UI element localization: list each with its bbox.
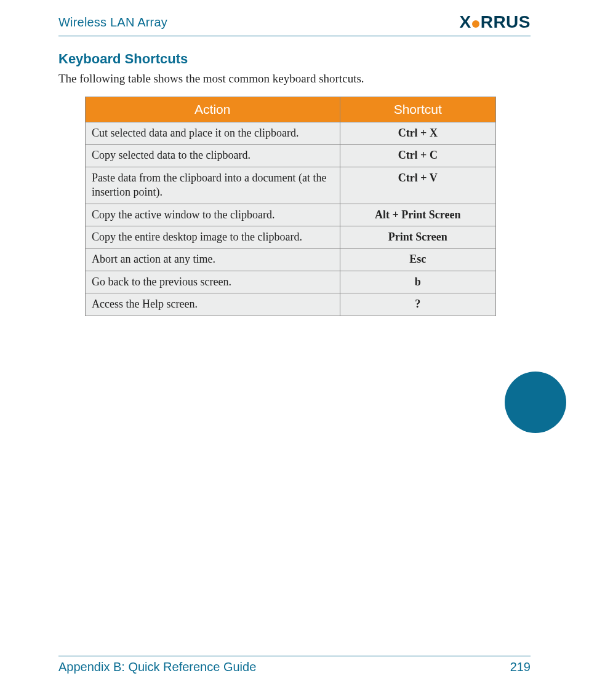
section-intro: The following table shows the most commo… [58, 72, 531, 86]
action-cell: Go back to the previous screen. [86, 271, 340, 293]
action-cell: Copy the entire desktop image to the cli… [86, 226, 340, 248]
logo-dot-icon [472, 20, 479, 28]
action-cell: Copy the active window to the clipboard. [86, 204, 340, 226]
table-row: Paste data from the clipboard into a doc… [86, 167, 496, 204]
action-cell: Paste data from the clipboard into a doc… [86, 167, 340, 204]
footer-page-number: 219 [510, 660, 531, 674]
logo-text-post: RRUS [481, 12, 531, 32]
page-footer: Appendix B: Quick Reference Guide 219 [58, 656, 531, 674]
table-row: Go back to the previous screen. b [86, 271, 496, 293]
table-row: Access the Help screen. ? [86, 293, 496, 316]
action-cell: Cut selected data and place it on the cl… [86, 122, 340, 145]
shortcut-cell: Alt + Print Screen [340, 204, 495, 226]
table-header-row: Action Shortcut [86, 97, 496, 122]
shortcut-cell: ? [340, 293, 495, 316]
table-row: Abort an action at any time. Esc [86, 249, 496, 271]
table-row: Copy the entire desktop image to the cli… [86, 226, 496, 248]
shortcut-cell: Ctrl + V [340, 167, 495, 204]
side-tab-circle-icon [505, 372, 566, 433]
action-cell: Access the Help screen. [86, 293, 340, 316]
section-heading: Keyboard Shortcuts [58, 51, 531, 67]
footer-appendix: Appendix B: Quick Reference Guide [58, 660, 256, 674]
shortcut-cell: Print Screen [340, 226, 495, 248]
page-header: Wireless LAN Array X RRUS [58, 12, 531, 36]
col-shortcut: Shortcut [340, 97, 495, 122]
table-row: Cut selected data and place it on the cl… [86, 122, 496, 145]
action-cell: Copy selected data to the clipboard. [86, 145, 340, 167]
shortcut-cell: Esc [340, 249, 495, 271]
brand-logo: X RRUS [459, 12, 531, 32]
shortcuts-table: Action Shortcut Cut selected data and pl… [85, 97, 496, 316]
action-cell: Abort an action at any time. [86, 249, 340, 271]
shortcut-cell: Ctrl + C [340, 145, 495, 167]
logo-text-pre: X [459, 12, 471, 32]
table-row: Copy the active window to the clipboard.… [86, 204, 496, 226]
shortcut-cell: b [340, 271, 495, 293]
table-row: Copy selected data to the clipboard. Ctr… [86, 145, 496, 167]
document-title: Wireless LAN Array [58, 15, 167, 30]
col-action: Action [86, 97, 340, 122]
shortcut-cell: Ctrl + X [340, 122, 495, 145]
